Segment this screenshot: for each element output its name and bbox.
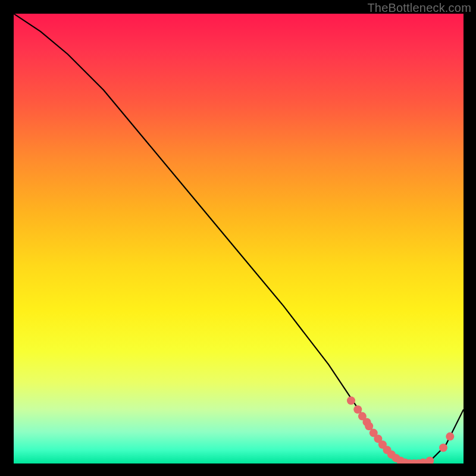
- marker-dot: [446, 433, 454, 441]
- chart-frame: [14, 14, 464, 464]
- chart-overlay: [14, 14, 464, 464]
- watermark-text: TheBottleneck.com: [367, 1, 471, 15]
- marker-dot: [439, 444, 447, 452]
- marker-dot: [347, 396, 355, 405]
- curve-line: [14, 14, 464, 464]
